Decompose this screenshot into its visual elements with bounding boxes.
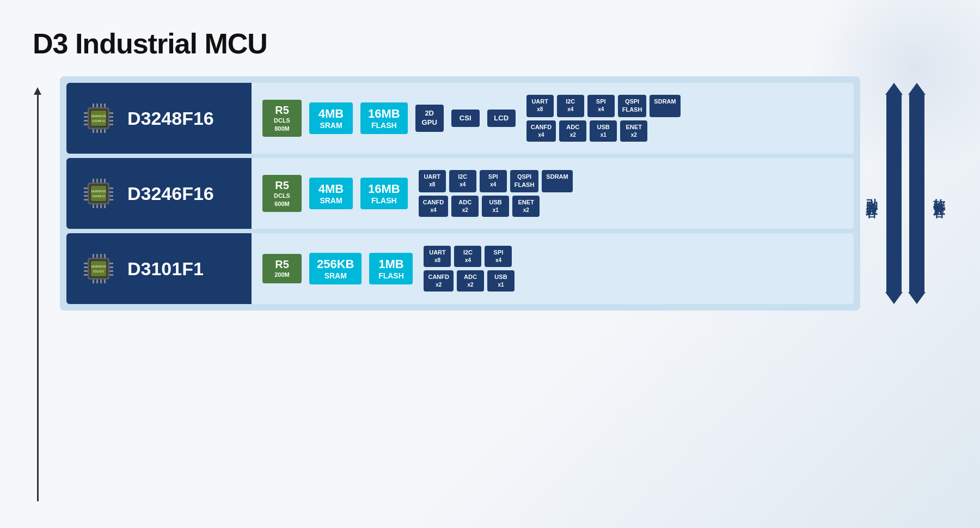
- svg-rect-57: [93, 280, 94, 283]
- flash-badge-d3101f1: 1MBFLASH: [369, 253, 413, 284]
- svg-rect-50: [109, 266, 113, 268]
- periph2-USB-d3248f16: USBx1: [590, 120, 617, 142]
- svg-rect-36: [93, 204, 94, 208]
- svg-rect-11: [93, 104, 94, 107]
- product-label-panel-d3248f16: SEMIDRIVE D3248F16 D3248F16: [66, 83, 252, 154]
- periph2-ADC-d3246f16: ADCx2: [451, 196, 479, 217]
- svg-rect-56: [104, 254, 106, 258]
- svg-rect-15: [93, 129, 94, 133]
- cpu-badge-d3248f16: R5DCLS 800M: [262, 100, 302, 137]
- main-container: D3 Industrial MCU SEMIDRIVE: [0, 0, 980, 332]
- svg-text:SEMIDRIVE: SEMIDRIVE: [91, 265, 106, 268]
- svg-rect-8: [109, 116, 113, 118]
- svg-rect-60: [104, 280, 106, 283]
- product-row-d3246f16: SEMIDRIVE D3246F16 D3246F16R5DCLS 600M4M…: [66, 158, 854, 229]
- sram-badge-d3101f1: 256KBSRAM: [309, 253, 362, 284]
- svg-rect-6: [84, 124, 88, 125]
- svg-rect-30: [109, 195, 113, 197]
- svg-rect-14: [104, 104, 106, 107]
- chip-icon-d3101f1: SEMIDRIVE D3101F1: [79, 250, 118, 288]
- svg-rect-34: [100, 179, 102, 183]
- periph-I2C-d3101f1: I2Cx4: [454, 246, 481, 267]
- product-label-panel-d3246f16: SEMIDRIVE D3246F16 D3246F16: [66, 158, 252, 229]
- svg-rect-38: [100, 204, 102, 208]
- product-name-d3246f16: D3246F16: [127, 183, 214, 204]
- periph-QSPIFLASH-d3246f16: QSPI FLASH: [510, 170, 539, 192]
- periph-SPI-d3248f16: SPIx4: [587, 95, 615, 117]
- product-name-d3248f16: D3248F16: [127, 108, 214, 129]
- product-specs-d3248f16: R5DCLS 800M4MBSRAM16MBFLASH2D GPUCSILCDU…: [252, 83, 854, 154]
- software-compat-arrow: [908, 83, 926, 304]
- svg-rect-24: [84, 187, 88, 189]
- axis-line: [37, 95, 39, 501]
- periph2-CANFD-d3248f16: CANFDx4: [526, 120, 556, 142]
- svg-rect-59: [100, 280, 102, 283]
- periph2-CANFD-d3246f16: CANFDx4: [419, 196, 449, 217]
- pin-compat-arrow: [885, 83, 903, 304]
- periph-I2C-d3246f16: I2Cx4: [449, 170, 476, 192]
- product-specs-d3246f16: R5DCLS 600M4MBSRAM16MBFLASHUARTx8I2Cx4SP…: [252, 158, 854, 229]
- svg-text:SEMIDRIVE: SEMIDRIVE: [91, 190, 106, 193]
- svg-rect-52: [109, 274, 113, 276]
- svg-rect-58: [96, 280, 98, 283]
- periph-row2-d3246f16: CANFDx4ADCx2USBx1ENETx2: [419, 196, 573, 217]
- svg-rect-37: [96, 204, 98, 208]
- svg-rect-48: [84, 274, 88, 276]
- arrow-head-up: [885, 83, 903, 95]
- feature-badge-d3248f16-LCD: LCD: [487, 110, 516, 128]
- periph2-CANFD-d3101f1: CANFDx2: [424, 270, 454, 292]
- svg-text:D3101F1: D3101F1: [93, 270, 105, 273]
- product-row-d3248f16: SEMIDRIVE D3248F16 D3248F16R5DCLS 800M4M…: [66, 83, 854, 154]
- periph-row2-d3248f16: CANFDx4ADCx2USBx1ENETx2: [526, 120, 681, 142]
- periph-grid-d3246f16: UARTx8I2Cx4SPIx4QSPI FLASHSDRAMCANFDx4AD…: [419, 170, 573, 217]
- right-compat-section: 引脚兼容 软件兼容: [863, 83, 947, 304]
- svg-text:D3246F16: D3246F16: [92, 195, 105, 198]
- svg-rect-13: [100, 104, 102, 107]
- arrow-head-down-2: [908, 292, 926, 304]
- cpu-badge-d3101f1: R5200M: [262, 254, 302, 283]
- periph-UART-d3101f1: UARTx8: [424, 246, 451, 267]
- periph-row2-d3101f1: CANFDx2ADCx2USBx1: [424, 270, 514, 292]
- svg-rect-26: [84, 195, 88, 197]
- svg-rect-45: [84, 263, 88, 264]
- pin-compat-label: 引脚兼容: [863, 189, 880, 198]
- diagram-wrapper: SEMIDRIVE D3248F16 D3248F16R5DCLS 800M4M…: [60, 76, 860, 311]
- svg-rect-53: [93, 254, 94, 258]
- svg-rect-33: [96, 179, 98, 183]
- svg-rect-12: [96, 104, 98, 107]
- svg-rect-7: [109, 112, 113, 114]
- svg-rect-16: [96, 129, 98, 133]
- svg-rect-54: [96, 254, 98, 258]
- svg-rect-23: [91, 186, 106, 201]
- sram-badge-d3246f16: 4MBSRAM: [309, 178, 353, 209]
- svg-rect-44: [91, 261, 106, 276]
- flash-badge-d3248f16: 16MBFLASH: [360, 102, 408, 134]
- svg-rect-29: [109, 191, 113, 193]
- product-name-d3101f1: D3101F1: [127, 258, 204, 280]
- svg-rect-2: [91, 111, 106, 126]
- svg-rect-18: [104, 129, 106, 133]
- product-row-d3101f1: SEMIDRIVE D3101F1 D3101F1R5200M256KBSRAM…: [66, 233, 854, 304]
- periph2-ENET-d3248f16: ENETx2: [620, 120, 647, 142]
- svg-rect-32: [93, 179, 94, 183]
- axis-container: [34, 87, 41, 501]
- periph-grid-d3248f16: UARTx8I2Cx4SPIx4QSPI FLASHSDRAMCANFDx4AD…: [526, 95, 681, 142]
- periph-row1-d3101f1: UARTx8I2Cx4SPIx4: [424, 246, 514, 267]
- page-title: D3 Industrial MCU: [33, 27, 947, 60]
- periph-QSPIFLASH-d3248f16: QSPI FLASH: [618, 95, 647, 117]
- svg-text:SEMIDRIVE: SEMIDRIVE: [91, 114, 106, 118]
- svg-rect-27: [84, 199, 88, 201]
- svg-text:D3248F16: D3248F16: [92, 119, 105, 123]
- flash-badge-d3246f16: 16MBFLASH: [360, 178, 408, 209]
- svg-rect-35: [104, 179, 106, 183]
- svg-rect-55: [100, 254, 102, 258]
- feature-badge-d3248f16-CSI: CSI: [451, 110, 480, 128]
- svg-rect-10: [109, 124, 113, 125]
- product-specs-d3101f1: R5200M256KBSRAM1MBFLASHUARTx8I2Cx4SPIx4C…: [252, 233, 854, 304]
- svg-rect-17: [100, 129, 102, 133]
- product-label-panel-d3101f1: SEMIDRIVE D3101F1 D3101F1: [66, 233, 252, 304]
- svg-rect-47: [84, 270, 88, 272]
- svg-rect-28: [109, 187, 113, 189]
- periph-UART-d3248f16: UARTx8: [526, 95, 554, 117]
- arrow-head-up-2: [908, 83, 926, 95]
